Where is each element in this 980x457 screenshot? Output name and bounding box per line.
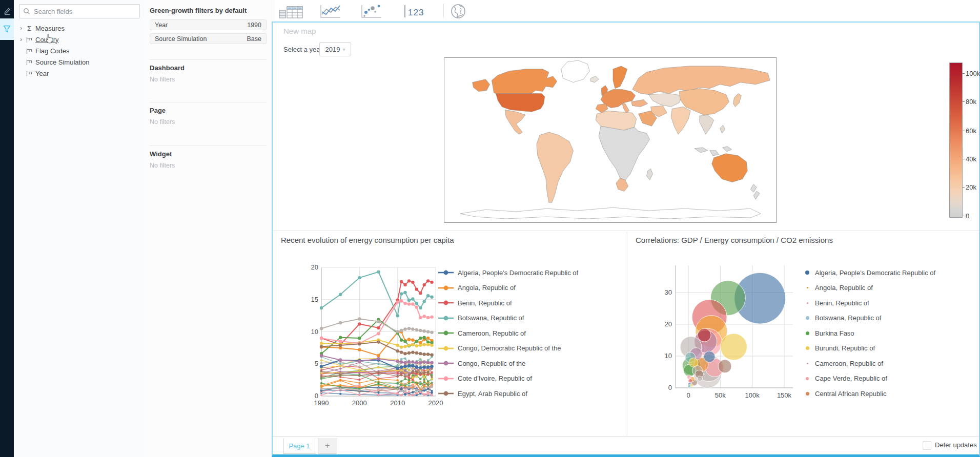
legend-label: Cameroon, Republic of xyxy=(815,360,883,367)
filter-name: Year xyxy=(155,22,168,29)
legend-dot xyxy=(807,363,808,364)
svg-text:1990: 1990 xyxy=(314,399,329,407)
line-legend-item[interactable]: Congo, Republic of the xyxy=(438,358,525,368)
bubble-legend-item[interactable]: Cameroon, Republic of xyxy=(804,358,883,368)
svg-text:123: 123 xyxy=(408,8,424,17)
legend-dot-marker xyxy=(804,346,811,350)
search-input[interactable] xyxy=(33,5,137,17)
bubble-legend-item[interactable]: Botswana, Republic of xyxy=(804,313,881,323)
sidebar-item-country[interactable]: ›Country xyxy=(14,34,145,45)
line-legend-item[interactable]: Algeria, People's Democratic Republic of xyxy=(438,267,578,278)
legend-label: Central African Republic xyxy=(815,390,886,398)
sidebar-item-label: Year xyxy=(35,70,49,77)
section-divider xyxy=(150,146,267,146)
color-scale-tickmark xyxy=(963,73,965,74)
bubble-legend-item[interactable]: Algeria, People's Democratic Republic of xyxy=(804,267,935,278)
legend-label: Congo, Republic of the xyxy=(458,360,525,367)
legend-dot xyxy=(806,392,809,396)
bubble-chart-plot[interactable]: 050k100k150k0102030 xyxy=(664,259,798,412)
table-chart-button[interactable] xyxy=(278,2,304,21)
expand-chevron-icon[interactable]: › xyxy=(18,36,24,43)
hierarchy-icon xyxy=(25,36,33,43)
legend-dot xyxy=(806,377,809,380)
legend-label: Cote d'Ivoire, Republic of xyxy=(458,375,532,382)
filter-panel-button[interactable] xyxy=(0,18,14,40)
legend-label: Egypt, Arab Republic of xyxy=(458,390,527,398)
bubble-legend-item[interactable]: Burkina Faso xyxy=(804,328,854,338)
color-scale-tickmark xyxy=(963,101,965,102)
defer-updates-checkbox[interactable] xyxy=(923,441,931,450)
bubble-legend-item[interactable]: Angola, Republic of xyxy=(804,283,873,293)
line-legend-item[interactable]: Congo, Democratic Republic of the xyxy=(438,343,561,354)
filter-value: Base xyxy=(247,35,262,43)
line-legend-item[interactable]: Botswana, Republic of xyxy=(438,313,524,323)
year-select-dropdown[interactable]: 2019 ▾ xyxy=(319,42,351,56)
line-legend-item[interactable]: Egypt, Arab Republic of xyxy=(438,388,527,399)
svg-text:15: 15 xyxy=(311,296,318,303)
legend-line-marker xyxy=(438,346,454,351)
legend-label: Algeria, People's Democratic Republic of xyxy=(815,269,935,277)
svg-text:30: 30 xyxy=(665,288,672,296)
add-page-button[interactable]: + xyxy=(318,438,337,454)
line-chart-plot[interactable]: 199020002010202005101520 xyxy=(307,259,446,412)
legend-label: Cape Verde, Republic of xyxy=(815,375,887,382)
filter-funnel-icon xyxy=(3,25,11,33)
bubble-legend-item[interactable]: Benin, Republic of xyxy=(804,298,869,308)
mouse-hand-cursor-icon xyxy=(46,34,53,44)
legend-dot-marker xyxy=(804,302,811,304)
svg-text:0: 0 xyxy=(668,384,672,391)
default-filter-year[interactable]: Year1990 xyxy=(150,19,267,30)
default-filter-source-simulation[interactable]: Source SimulationBase xyxy=(150,33,267,44)
map-widget-button[interactable] xyxy=(449,2,467,21)
sidebar-item-year[interactable]: Year xyxy=(14,68,145,79)
legend-label: Burundi, Republic of xyxy=(815,344,875,352)
sidebar-item-flag-codes[interactable]: Flag Codes xyxy=(14,45,145,56)
svg-text:0: 0 xyxy=(686,391,690,399)
filters-panel: Green-growth filters by default Year1990… xyxy=(145,0,272,457)
filter-section-title: Dashboard xyxy=(150,64,185,72)
sidebar-item-label: Source Simulation xyxy=(35,58,90,66)
line-legend-item[interactable]: Cote d'Ivoire, Republic of xyxy=(438,373,532,384)
color-scale-tick-label: 100k xyxy=(966,70,980,77)
svg-text:150k: 150k xyxy=(777,391,792,399)
legend-dot xyxy=(807,302,808,304)
line-legend-item[interactable]: Cameroon, Republic of xyxy=(438,328,526,338)
tab-page-1-label: Page 1 xyxy=(289,442,310,450)
legend-dot-marker xyxy=(804,271,811,275)
scatter-chart-button[interactable] xyxy=(360,2,383,21)
svg-text:20: 20 xyxy=(665,320,672,328)
edit-pencil-button[interactable] xyxy=(0,2,14,19)
edit-pencil-icon xyxy=(3,7,11,15)
hierarchy-icon xyxy=(25,59,33,66)
svg-text:2010: 2010 xyxy=(390,399,405,407)
line-chart-button[interactable] xyxy=(319,2,342,21)
filter-section-status: No filters xyxy=(150,162,175,169)
legend-dot-marker xyxy=(804,287,811,288)
search-field-container xyxy=(19,4,140,18)
number-widget-button[interactable]: 123 xyxy=(403,2,425,21)
tab-page-1[interactable]: Page 1 xyxy=(283,438,315,454)
legend-line-marker xyxy=(438,376,454,381)
line-legend-item[interactable]: Benin, Republic of xyxy=(438,298,512,308)
bubble-legend-item[interactable]: Central African Republic xyxy=(804,388,886,399)
legend-label: Cameroon, Republic of xyxy=(458,329,526,337)
sidebar-item-source-simulation[interactable]: Source Simulation xyxy=(14,56,145,68)
svg-text:100k: 100k xyxy=(745,391,760,399)
globe-map-icon xyxy=(449,2,467,20)
filter-section-title: Page xyxy=(150,107,166,114)
legend-dot xyxy=(805,271,809,275)
line-legend-item[interactable]: Angola, Republic of xyxy=(438,283,516,293)
world-choropleth-map[interactable] xyxy=(444,57,777,223)
legend-label: Burkina Faso xyxy=(815,329,854,337)
legend-label: Botswana, Republic of xyxy=(458,314,524,322)
bubble-legend-item[interactable]: Burundi, Republic of xyxy=(804,343,875,354)
widget-divider-horizontal xyxy=(273,231,979,231)
legend-line-marker xyxy=(438,270,454,275)
expand-chevron-icon[interactable]: › xyxy=(18,25,24,32)
bubble-legend-item[interactable]: Cape Verde, Republic of xyxy=(804,373,887,384)
sidebar-item-measures[interactable]: ›ΣMeasures xyxy=(14,23,145,34)
left-rail xyxy=(0,0,14,457)
legend-line-marker xyxy=(438,330,454,336)
color-scale-tick-label: 20k xyxy=(966,183,976,191)
color-scale-tick-label: 40k xyxy=(966,155,976,163)
